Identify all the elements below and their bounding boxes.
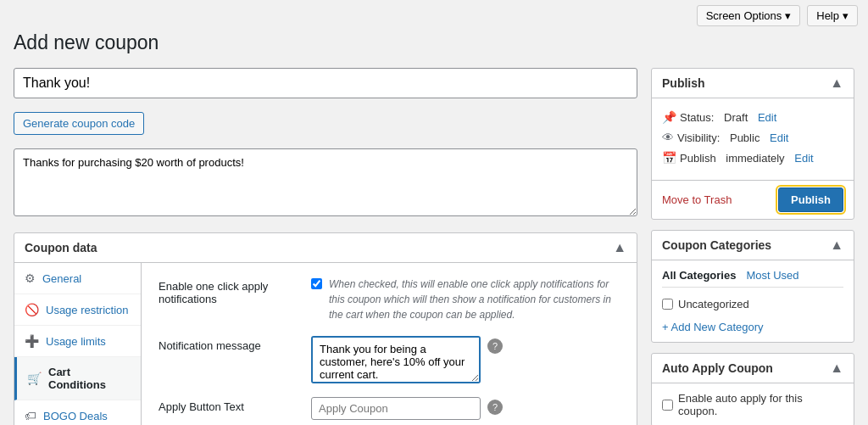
field-notification-message-label: Notification message	[159, 336, 311, 352]
screen-options-chevron-icon: ▾	[785, 9, 791, 22]
cart-conditions-icon: 🛒	[27, 372, 42, 385]
tab-usage-limits-label: Usage limits	[46, 335, 106, 348]
screen-options-label: Screen Options	[706, 9, 782, 22]
coupon-categories-box: Coupon Categories ▲ All Categories Most …	[651, 230, 854, 343]
coupon-categories-header[interactable]: Coupon Categories ▲	[652, 231, 854, 260]
right-column: Publish ▲ 📌 Status: Draft Edit 👁 Visibil…	[651, 68, 854, 425]
publish-box-header[interactable]: Publish ▲	[652, 69, 854, 98]
publish-time-row: 📅 Publish immediately Edit	[662, 148, 843, 168]
tab-general-label: General	[42, 272, 81, 285]
usage-restriction-icon: 🚫	[25, 303, 39, 316]
generate-coupon-code-label: Generate coupon code	[23, 117, 135, 130]
coupon-categories-body: All Categories Most Used Uncategorized +…	[652, 260, 854, 342]
top-bar: Screen Options ▾ Help ▾	[0, 0, 868, 31]
auto-apply-label: Enable auto apply for this coupon.	[678, 392, 843, 417]
publish-time-value: immediately	[726, 152, 784, 165]
coupon-description-textarea[interactable]: Thanks for purchasing $20 worth of produ…	[14, 148, 637, 216]
cat-item-uncategorized: Uncategorized	[662, 294, 843, 314]
cat-uncategorized-checkbox[interactable]	[662, 299, 673, 310]
coupon-data-header[interactable]: Coupon data ▲	[14, 233, 637, 263]
status-label: Status:	[680, 111, 714, 124]
tab-bogo-deals[interactable]: 🏷 BOGO Deals	[14, 400, 141, 425]
publish-box-title: Publish	[662, 76, 705, 90]
cat-uncategorized-label: Uncategorized	[678, 298, 749, 310]
publish-time-label: Publish	[680, 152, 716, 165]
visibility-value: Public	[730, 131, 760, 144]
cat-tab-all-categories[interactable]: All Categories	[662, 269, 736, 282]
visibility-icon: 👁	[662, 131, 674, 144]
auto-apply-coupon-title: Auto Apply Coupon	[662, 361, 773, 375]
tab-usage-restriction[interactable]: 🚫 Usage restriction	[14, 294, 141, 326]
enable-one-click-checkbox[interactable]	[311, 278, 322, 289]
tab-cart-conditions-label: Cart Conditions	[48, 366, 131, 391]
coupon-data-sidebar: ⚙ General 🚫 Usage restriction ➕ Usage li…	[14, 263, 142, 425]
publish-box-body: 📌 Status: Draft Edit 👁 Visibility: Publi…	[652, 98, 854, 176]
screen-options-button[interactable]: Screen Options ▾	[697, 5, 801, 26]
tab-cart-conditions[interactable]: 🛒 Cart Conditions	[14, 357, 141, 400]
tab-general[interactable]: ⚙ General	[14, 263, 141, 294]
cat-tabs: All Categories Most Used	[662, 269, 843, 288]
help-label: Help	[816, 9, 839, 22]
field-enable-one-click-input-area: When checked, this will enable one click…	[311, 277, 620, 322]
visibility-edit-link[interactable]: Edit	[770, 131, 788, 144]
coupon-data-toggle-icon: ▲	[613, 240, 626, 255]
field-notification-message: Notification message Thank you for being…	[159, 336, 620, 383]
auto-apply-coupon-header[interactable]: Auto Apply Coupon ▲	[652, 354, 854, 383]
field-apply-button-text: Apply Button Text ?	[159, 397, 620, 420]
apply-button-text-help-icon[interactable]: ?	[487, 400, 503, 415]
status-value: Draft	[724, 111, 748, 124]
add-new-category-link[interactable]: + Add New Category	[662, 321, 843, 333]
publish-footer: Move to Trash Publish	[652, 180, 854, 219]
field-apply-button-text-label: Apply Button Text	[159, 397, 311, 413]
auto-apply-coupon-body: Enable auto apply for this coupon.	[652, 383, 854, 425]
publish-box-toggle-icon: ▲	[830, 75, 843, 91]
publish-box: Publish ▲ 📌 Status: Draft Edit 👁 Visibil…	[651, 68, 854, 220]
help-button[interactable]: Help ▾	[807, 5, 858, 26]
tab-usage-restriction-label: Usage restriction	[46, 304, 129, 316]
status-icon: 📌	[662, 110, 676, 124]
page-title: Add new coupon	[14, 31, 854, 54]
enable-one-click-description: When checked, this will enable one click…	[329, 277, 620, 322]
tab-bogo-deals-label: BOGO Deals	[43, 410, 108, 422]
help-chevron-icon: ▾	[843, 9, 849, 22]
auto-apply-row: Enable auto apply for this coupon.	[662, 392, 843, 417]
apply-button-text-input[interactable]	[311, 397, 481, 420]
notification-message-textarea[interactable]: Thank you for being a customer, here's 1…	[311, 336, 481, 383]
status-row: 📌 Status: Draft Edit	[662, 107, 843, 127]
status-edit-link[interactable]: Edit	[758, 111, 776, 124]
publish-button[interactable]: Publish	[778, 187, 843, 212]
usage-limits-icon: ➕	[25, 334, 39, 348]
generate-coupon-code-button[interactable]: Generate coupon code	[14, 112, 144, 135]
auto-apply-coupon-box: Auto Apply Coupon ▲ Enable auto apply fo…	[651, 353, 854, 425]
coupon-data-title: Coupon data	[25, 241, 97, 254]
notification-message-help-icon[interactable]: ?	[487, 338, 503, 354]
auto-apply-checkbox[interactable]	[662, 400, 673, 411]
field-notification-message-input-area: Thank you for being a customer, here's 1…	[311, 336, 620, 383]
cat-tab-most-used[interactable]: Most Used	[746, 269, 798, 282]
auto-apply-coupon-toggle-icon: ▲	[830, 361, 843, 376]
general-icon: ⚙	[25, 271, 36, 285]
visibility-row: 👁 Visibility: Public Edit	[662, 127, 843, 148]
field-enable-one-click: Enable one click apply notifications Whe…	[159, 277, 620, 322]
field-apply-button-text-input-area: ?	[311, 397, 620, 420]
coupon-code-input[interactable]	[14, 68, 637, 98]
bogo-deals-icon: 🏷	[25, 409, 36, 422]
coupon-categories-toggle-icon: ▲	[830, 238, 843, 253]
publish-time-icon: 📅	[662, 151, 676, 165]
move-to-trash-link[interactable]: Move to Trash	[662, 193, 732, 206]
visibility-label: Visibility:	[677, 131, 720, 144]
publish-time-edit-link[interactable]: Edit	[794, 152, 813, 165]
tab-usage-limits[interactable]: ➕ Usage limits	[14, 326, 141, 357]
field-enable-one-click-label: Enable one click apply notifications	[159, 277, 311, 305]
coupon-categories-title: Coupon Categories	[662, 238, 771, 252]
tab-content-cart-conditions: Enable one click apply notifications Whe…	[142, 263, 637, 425]
